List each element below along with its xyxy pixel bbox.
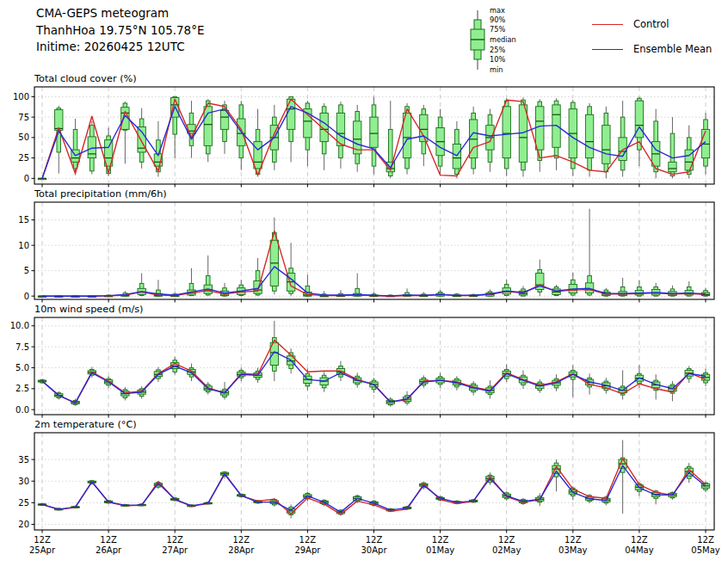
svg-text:35: 35	[18, 455, 29, 465]
svg-text:50: 50	[18, 132, 29, 142]
svg-text:75%: 75%	[490, 25, 505, 34]
total-precipitation-panel: 051015Total precipitation (mm/6h)	[0, 188, 728, 303]
x-tick-label-28Apr: 12Z28Apr	[211, 535, 271, 556]
legend-item-control: Control	[592, 15, 712, 33]
svg-text:20: 20	[18, 520, 29, 529]
x-tick-label-01May: 12Z01May	[410, 535, 471, 556]
svg-text:90%: 90%	[490, 15, 505, 24]
header: CMA-GEPS meteogram ThanhHoa 19.75°N 105.…	[0, 0, 728, 72]
svg-text:7.5: 7.5	[15, 342, 29, 352]
temperature-2m-title: 2m temperature (°C)	[34, 419, 137, 430]
svg-text:10%: 10%	[490, 55, 505, 64]
x-tick-label-25Apr: 12Z25Apr	[12, 535, 72, 556]
svg-text:0.0: 0.0	[15, 405, 29, 415]
wind-speed-10m-title: 10m wind speed (m/s)	[34, 304, 144, 315]
x-tick-label-26Apr: 12Z26Apr	[78, 535, 139, 556]
meteogram-app: CMA-GEPS meteogram ThanhHoa 19.75°N 105.…	[0, 0, 728, 585]
total-cloud-cover-title: Total cloud cover (%)	[34, 73, 137, 84]
boxplot-legend-glyph: max90%75%median25%10%min	[463, 3, 575, 76]
svg-text:0: 0	[24, 292, 29, 301]
svg-text:25%: 25%	[490, 46, 505, 54]
total-cloud-cover-panel: 0255075100Total cloud cover (%)	[0, 72, 728, 188]
svg-text:min: min	[490, 65, 503, 74]
svg-text:75: 75	[18, 113, 29, 122]
svg-text:10: 10	[18, 241, 29, 250]
header-titles: CMA-GEPS meteogram ThanhHoa 19.75°N 105.…	[36, 5, 204, 56]
meteogram-panels: 0255075100Total cloud cover (%)051015Tot…	[0, 72, 728, 533]
svg-text:25: 25	[18, 153, 29, 163]
x-tick-label-02May: 12Z02May	[477, 535, 537, 556]
x-tick-label-29Apr: 12Z29Apr	[277, 535, 337, 556]
svg-text:10.0: 10.0	[10, 321, 29, 330]
svg-text:100: 100	[13, 92, 29, 102]
x-tick-label-30Apr: 12Z30Apr	[344, 535, 404, 556]
svg-text:median: median	[490, 35, 516, 44]
svg-text:2.5: 2.5	[15, 384, 29, 393]
svg-text:5: 5	[24, 266, 29, 275]
total-precipitation-title: Total precipitation (mm/6h)	[34, 188, 167, 200]
svg-text:25: 25	[18, 498, 29, 508]
ensemble-mean-line-swatch	[592, 49, 623, 50]
page-title: CMA-GEPS meteogram	[36, 5, 204, 22]
init-time: Initime: 20260425 12UTC	[36, 39, 204, 56]
station-location: ThanhHoa 19.75°N 105.78°E	[36, 22, 204, 40]
x-axis-labels: 12Z25Apr12Z26Apr12Z27Apr12Z28Apr12Z29Apr…	[0, 533, 728, 568]
legend-item-ensemble-mean: Ensemble Mean	[592, 40, 712, 58]
x-tick-label-03May: 12Z03May	[543, 535, 603, 556]
svg-text:5.0: 5.0	[15, 363, 29, 373]
control-line-swatch	[592, 24, 623, 25]
x-tick-label-05May: 12Z05May	[676, 535, 728, 556]
svg-text:0: 0	[24, 174, 29, 183]
line-legend: Control Ensemble Mean	[592, 15, 712, 65]
x-tick-label-04May: 12Z04May	[609, 535, 669, 556]
boxplot-legend: max90%75%median25%10%min	[463, 3, 575, 79]
svg-text:max: max	[490, 6, 505, 15]
wind-speed-10m-panel: 0.02.55.07.510.010m wind speed (m/s)	[0, 303, 728, 418]
legend-label-ensemble-mean: Ensemble Mean	[633, 43, 712, 55]
svg-text:15: 15	[18, 215, 29, 225]
svg-text:30: 30	[18, 477, 29, 486]
legend-label-control: Control	[633, 18, 669, 30]
x-tick-label-27Apr: 12Z27Apr	[145, 535, 205, 556]
temperature-2m-panel: 202530352m temperature (°C)	[0, 418, 728, 533]
